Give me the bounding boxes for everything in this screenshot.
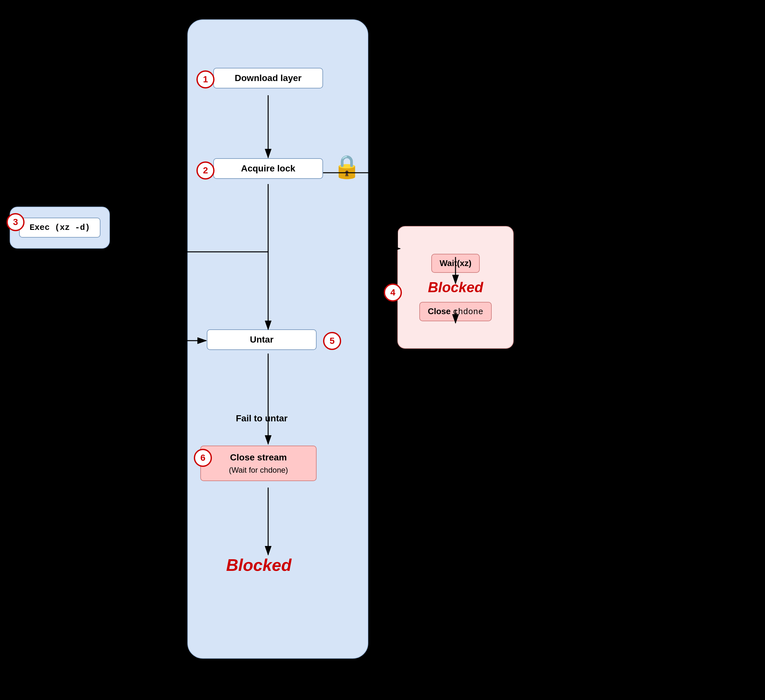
badge-5: 5 (323, 332, 341, 350)
close-chdone-label: Close chdone (428, 306, 483, 316)
right-flow-container: Wait(xz) Blocked Close chdone (397, 226, 514, 349)
badge-3: 3 (6, 213, 25, 231)
exec-container: Exec (xz -d) (10, 207, 110, 249)
badge-2: 2 (197, 162, 214, 179)
blocked-right-text: Blocked (428, 279, 483, 295)
arrows-overlay (0, 0, 765, 700)
badge-6: 6 (194, 449, 212, 467)
badge-4: 4 (384, 284, 402, 301)
acquire-lock-node: Acquire lock (213, 158, 323, 179)
close-stream-node: Close stream (Wait for chdone) (200, 446, 316, 481)
fail-to-untar-label: Fail to untar (236, 413, 288, 424)
blocked-main-text: Blocked (226, 556, 291, 575)
download-layer-node: Download layer (213, 68, 323, 88)
close-chdone-node: Close chdone (419, 302, 492, 321)
untar-node: Untar (207, 330, 316, 350)
exec-node: Exec (xz -d) (19, 218, 100, 238)
wait-xz-node: Wait(xz) (431, 254, 480, 273)
lock-icon: 🔒 (333, 153, 361, 180)
badge-1: 1 (197, 71, 214, 88)
